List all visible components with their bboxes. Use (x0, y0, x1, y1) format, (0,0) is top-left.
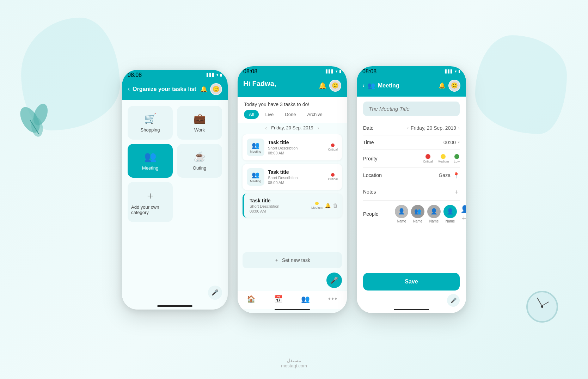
home-indicator-3 (394, 309, 429, 310)
phones-container: 08:08 ▋▋▋ ▾ ▮ ‹ Organize your tasks list… (122, 66, 466, 313)
task-desc-3: Short Describtion (250, 204, 311, 208)
date-row: Date ‹ Friday, 20 Sep. 2019 › (363, 121, 460, 135)
save-button[interactable]: Save (363, 273, 460, 291)
wifi-icon: ▾ (216, 73, 219, 77)
person-avatar-1: 👤 (395, 205, 408, 218)
meeting-title-input[interactable] (363, 102, 460, 116)
critical-dot (425, 154, 430, 159)
notification-bell-3[interactable]: 🔔 (439, 82, 446, 89)
task-title-1: Task title (268, 140, 328, 145)
tab-done[interactable]: Done (280, 110, 301, 119)
tab-archive[interactable]: Archive (302, 110, 327, 119)
badge-dot-critical-1 (331, 143, 335, 147)
phone2-header: Hi Fadwa, 🔔 🙂 (238, 76, 347, 97)
task-time-3: 08:00 AM (250, 209, 311, 213)
low-dot (454, 154, 459, 159)
task-badge-1: Critical (328, 143, 338, 151)
badge-label-2: Critical (328, 177, 338, 181)
task-item-1[interactable]: 👥 Meeting Task title Short Describtion 0… (243, 134, 342, 160)
plus-icon: ＋ (274, 257, 279, 263)
phone1-time: 08:08 (128, 72, 142, 78)
battery-icon: ▮ (339, 69, 341, 74)
person-2[interactable]: 👥 Name (411, 205, 424, 223)
meeting-form: Date ‹ Friday, 20 Sep. 2019 › Time 00:00 (357, 97, 466, 269)
task-info-1: Task title Short Describtion 08:00 AM (268, 140, 328, 155)
greeting-sub: Today you have 3 tasks to do! (244, 102, 341, 107)
signal-icon: ▋▋▋ (207, 73, 215, 77)
date-prev[interactable]: ‹ (265, 125, 267, 131)
task-badge-3: Medium (311, 202, 323, 209)
add-category-button[interactable]: ＋ Add your own category (128, 182, 173, 222)
priority-critical[interactable]: Critical (423, 154, 433, 163)
date-next[interactable]: › (318, 125, 319, 131)
back-button-3[interactable]: ‹ (362, 82, 365, 89)
person-avatar-4: 👤 (443, 205, 457, 218)
task-category-icon-1: 👥 (252, 141, 259, 149)
user-avatar-2[interactable]: 🙂 (329, 80, 341, 92)
user-avatar[interactable]: 🙂 (210, 83, 222, 95)
task-time-1: 08:00 AM (268, 151, 328, 155)
person-3[interactable]: 👤 Name (427, 205, 441, 223)
task-icon-box-2: 👥 Meeting (247, 168, 264, 186)
category-meeting[interactable]: 👥 Meeting (128, 144, 173, 178)
priority-medium[interactable]: Medium (437, 154, 449, 163)
new-task-label: Set new task (282, 257, 310, 263)
phone3-header-title: Meeting (378, 82, 436, 89)
task-item-2[interactable]: 👥 Meeting Task title Short Describtion 0… (243, 164, 342, 190)
nav-people[interactable]: 👥 (301, 295, 310, 303)
task-icon-box-1: 👥 Meeting (247, 139, 264, 156)
add-category-label: Add your own category (131, 204, 169, 215)
task-delete-button[interactable]: 🗑 (333, 203, 338, 208)
priority-low[interactable]: Low (454, 154, 460, 163)
task-bell-button[interactable]: 🔔 (325, 203, 331, 208)
task-desc-2: Short Describtion (268, 176, 328, 180)
user-avatar-3[interactable]: 🙂 (448, 80, 460, 92)
nav-more[interactable]: ••• (328, 295, 338, 303)
notification-bell[interactable]: 🔔 (200, 86, 207, 92)
battery-icon: ▮ (220, 73, 222, 77)
nav-home[interactable]: 🏠 (247, 295, 256, 303)
fab-mic-button[interactable]: 🎤 (326, 273, 342, 288)
person-name-2: Name (413, 219, 423, 223)
date-display: Friday, 20 Sep. 2019 (271, 125, 313, 130)
battery-icon: ▮ (458, 69, 460, 74)
mic-button-3[interactable]: 🎤 (447, 294, 460, 307)
date-value-container: ‹ Friday, 20 Sep. 2019 › (391, 125, 460, 131)
people-row: People 👤 Name 👥 Name 👤 Name (363, 201, 460, 227)
tab-live[interactable]: Live (260, 110, 278, 119)
category-outing[interactable]: ☕ Outing (177, 144, 222, 178)
person-4[interactable]: 👤 Name (443, 205, 457, 223)
task-list: 👥 Meeting Task title Short Describtion 0… (238, 134, 347, 252)
phone3-status-bar: 08:08 ▋▋▋ ▾ ▮ (357, 66, 466, 76)
clock-decoration (526, 291, 558, 323)
date-next-3[interactable]: › (458, 126, 460, 130)
task-badge-2: Critical (328, 173, 338, 181)
tab-all[interactable]: All (244, 110, 259, 119)
phone1-header: ‹ Organize your tasks list 🔔 🙂 (122, 80, 228, 100)
priority-dots: Critical Medium Low (423, 154, 460, 163)
date-prev-3[interactable]: ‹ (407, 126, 409, 130)
outing-icon: ☕ (194, 151, 206, 163)
task-item-3[interactable]: Task title Short Describtion 08:00 AM Me… (243, 194, 342, 218)
time-value-container: 00:00 ▾ (391, 140, 460, 145)
notification-bell-2[interactable]: 🔔 (319, 82, 326, 90)
leaf-decoration (19, 99, 55, 142)
person-name-4: Name (446, 219, 455, 223)
category-work[interactable]: 💼 Work (177, 106, 222, 140)
new-task-button[interactable]: ＋ Set new task (243, 252, 342, 268)
medium-label: Medium (437, 160, 449, 163)
nav-calendar[interactable]: 📅 (274, 295, 283, 303)
phone2-body: Today you have 3 tasks to do! All Live D… (238, 97, 347, 313)
task-title-2: Task title (268, 169, 328, 175)
mic-button[interactable]: 🎤 (208, 286, 222, 300)
phone2-status-bar: 08:08 ▋▋▋ ▾ ▮ (238, 66, 347, 76)
person-1[interactable]: 👤 Name (395, 205, 408, 223)
category-shopping[interactable]: 🛒 Shopping (128, 106, 173, 140)
phone-2: 08:08 ▋▋▋ ▾ ▮ Hi Fadwa, 🔔 🙂 Today you ha… (238, 66, 347, 313)
add-person-button[interactable]: 👤＋ (460, 205, 466, 223)
bottom-nav: 🏠 📅 👥 ••• (238, 291, 347, 309)
time-row: Time 00:00 ▾ (363, 135, 460, 150)
task-actions-3: 🔔 🗑 (325, 203, 338, 208)
add-note-button[interactable]: ＋ (453, 188, 460, 196)
back-button[interactable]: ‹ (128, 85, 130, 93)
